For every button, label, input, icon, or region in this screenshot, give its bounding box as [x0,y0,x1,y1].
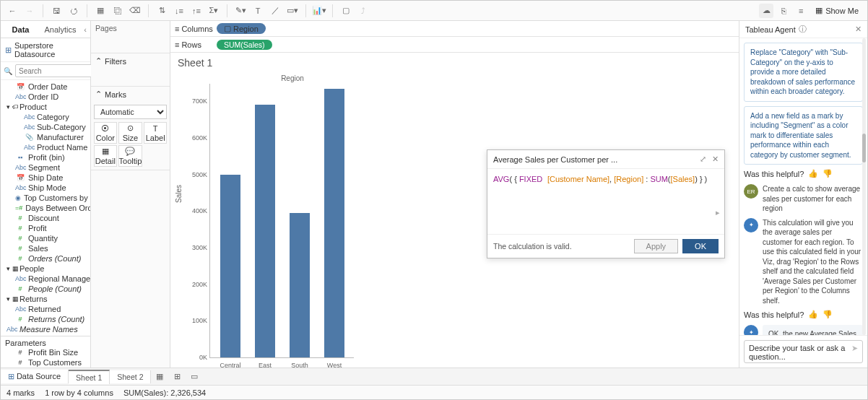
new-ws-icon[interactable]: ▦ [93,4,108,18]
table-people[interactable]: ▾ ▦People [1,264,90,274]
pill-sum-sales[interactable]: SUM(Sales) [217,40,272,50]
field-people-count[interactable]: #People (Count) [1,284,90,294]
field-segment[interactable]: AbcSegment [1,162,90,173]
sheet-title[interactable]: Sheet 1 [170,53,739,73]
top-toolbar: ← → 🖫 ⭯ ▦ ⿻ ⌫ ⇅ ↓≡ ↑≡ Σ▾ ✎▾ T ／ ▭▾ 📊▾ ▢ … [1,1,867,21]
new-dashboard-icon[interactable]: ⊞ [168,372,186,381]
new-worksheet-icon[interactable]: ▦ [151,372,168,381]
bar-west[interactable] [324,89,344,357]
cloud-icon[interactable]: ☁ [759,4,773,18]
expand-body-icon[interactable]: ▸ [716,208,720,217]
thumbs-down-icon[interactable]: 👎 [823,310,833,319]
expand-icon[interactable]: ⤢ [700,155,706,164]
guide-icon[interactable]: ⎘ [776,4,791,18]
field-profit-bin[interactable]: ▪▪Profit (bin) [1,152,90,162]
user-avatar: ER [744,184,758,199]
line-icon[interactable]: ／ [268,4,282,18]
mark-detail-button[interactable]: ▦Detail [94,145,117,167]
tab-sheet2[interactable]: Sheet 2 [110,370,151,383]
swap-icon[interactable]: ⇅ [155,4,169,18]
field-product[interactable]: ▾ 🏷Product [1,102,90,112]
mark-tooltip-button[interactable]: 💬Tooltip [118,145,143,167]
suggestion-card-1[interactable]: Replace "Category" with "Sub-Category" o… [744,43,863,102]
field-sales[interactable]: #Sales [1,243,90,253]
field-profit[interactable]: #Profit [1,223,90,233]
mark-label-button[interactable]: TLabel [144,122,167,144]
mark-type-select[interactable]: Automatic [94,105,167,119]
bar-east[interactable] [255,105,275,357]
close-icon[interactable]: ✕ [712,155,719,164]
suggestion-card-2[interactable]: Add a new field as a mark by including "… [744,106,863,165]
agent-input[interactable]: Describe your task or ask a question... … [744,340,863,363]
dup-icon[interactable]: ⿻ [110,4,125,18]
size-icon: ⊙ [127,123,134,133]
tab-datasource[interactable]: ⊞ Data Source [1,370,69,383]
thumbs-up-icon[interactable]: 👍 [808,169,818,178]
field-quantity[interactable]: #Quantity [1,233,90,243]
filters-shelf[interactable]: ⌃Filters [91,53,170,69]
mark-size-button[interactable]: ⊙Size [118,122,143,144]
sort-asc-icon[interactable]: ↓≡ [172,4,186,18]
bar-central[interactable] [220,175,240,357]
datasource-row[interactable]: ⊞ Superstore Datasource [1,38,90,62]
field-measure-names[interactable]: AbcMeasure Names [1,324,90,334]
param-top-customers[interactable]: #Top Customers [1,357,90,368]
tab-analytics[interactable]: Analytics [40,21,80,38]
pages-shelf[interactable]: Pages [91,21,170,35]
field-returns-count[interactable]: #Returns (Count) [1,314,90,324]
fit-icon[interactable]: ▭▾ [285,4,300,18]
share-icon[interactable]: ⤴ [356,4,370,18]
field-returned[interactable]: AbcReturned [1,304,90,314]
text-icon[interactable]: T [251,4,265,18]
format-icon[interactable]: ≡ [794,4,808,18]
ok-button[interactable]: OK [682,239,719,253]
thumbs-up-icon[interactable]: 👍 [808,310,818,319]
bar-south[interactable] [290,213,310,357]
field-orders-count[interactable]: #Orders (Count) [1,253,90,264]
table-returns[interactable]: ▾ ▦Returns [1,294,90,304]
thumbs-down-icon[interactable]: 👎 [823,169,833,178]
scrollbar[interactable] [862,38,866,335]
field-top-customers[interactable]: ◉Top Customers by P... [1,193,90,203]
calc-editor[interactable]: AVG( { FIXED [Customer Name], [Region] :… [487,169,724,234]
tab-data[interactable]: Data [1,21,40,38]
info-icon[interactable]: ⓘ [799,24,807,35]
status-rowcol: 1 row by 4 columns [45,388,113,397]
new-story-icon[interactable]: ▭ [186,372,203,381]
field-sub-category[interactable]: AbcSub-Category [1,122,90,132]
field-ship-mode[interactable]: AbcShip Mode [1,183,90,193]
totals-icon[interactable]: Σ▾ [207,4,221,18]
y-tick: 500K [188,171,207,178]
bar-chart[interactable]: 0K100K200K300K400K500K600K700KCentralEas… [209,84,354,358]
close-agent-icon[interactable]: ✕ [855,25,862,34]
field-ship-date[interactable]: 📅Ship Date [1,173,90,183]
tooltip-icon: 💬 [125,147,135,156]
field-product-name[interactable]: AbcProduct Name [1,142,90,152]
field-category[interactable]: AbcCategory [1,112,90,122]
field-manufacturer[interactable]: 📎Manufacturer [1,132,90,142]
sort-desc-icon[interactable]: ↑≡ [189,4,204,18]
chart-icon[interactable]: 📊▾ [312,4,326,18]
apply-button[interactable]: Apply [634,239,679,253]
field-regional-manager[interactable]: AbcRegional Manager [1,274,90,284]
present-icon[interactable]: ▢ [339,4,353,18]
save-icon[interactable]: 🖫 [49,4,64,18]
send-icon[interactable]: ➤ [851,344,858,353]
pill-region[interactable]: ▢Region [217,23,266,34]
collapse-pane-icon[interactable]: ‹ [80,21,90,38]
mark-color-button[interactable]: ⦿Color [94,122,117,144]
forward-icon[interactable]: → [22,4,37,18]
field-order-date[interactable]: 📅Order Date [1,82,90,92]
field-discount[interactable]: #Discount [1,213,90,223]
clear-icon[interactable]: ⌫ [128,4,142,18]
parameters-header: Parameters [1,336,90,347]
canvas: ≡Columns ▢Region ≡Rows SUM(Sales) Sheet … [170,21,739,368]
field-order-id[interactable]: AbcOrder ID [1,92,90,102]
back-icon[interactable]: ← [5,4,19,18]
show-me-button[interactable]: ▦Show Me [811,4,863,17]
tab-sheet1[interactable]: Sheet 1 [69,370,110,384]
field-days-between[interactable]: =#Days Between Orde... [1,203,90,213]
param-profit-bin-size[interactable]: #Profit Bin Size [1,347,90,357]
revert-icon[interactable]: ⭯ [66,4,81,18]
highlight-icon[interactable]: ✎▾ [233,4,248,18]
